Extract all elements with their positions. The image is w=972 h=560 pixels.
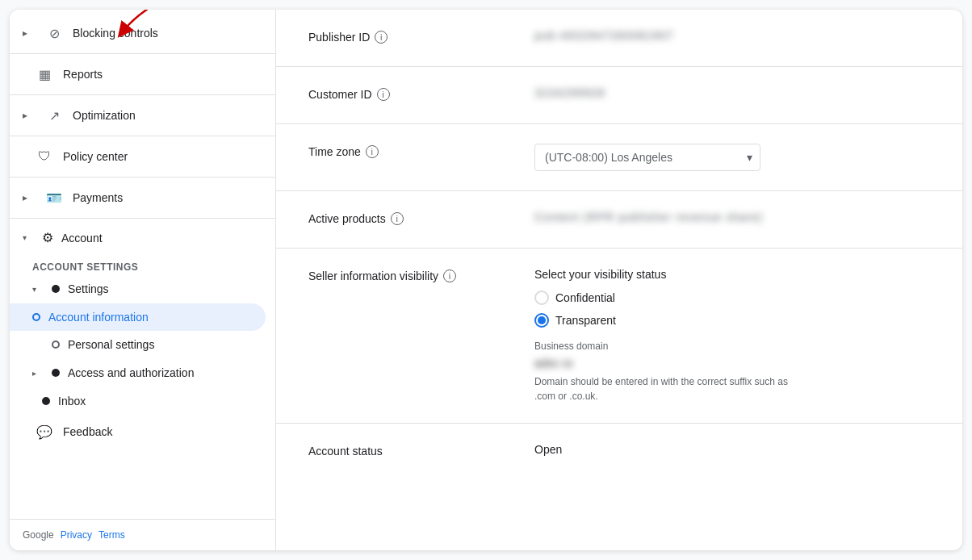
sidebar-item-policy-center[interactable]: 🛡 Policy center xyxy=(10,140,275,173)
timezone-select[interactable]: (UTC-08:00) Los Angeles (UTC-05:00) New … xyxy=(534,144,760,171)
customer-id-label: Customer ID i xyxy=(308,86,534,101)
visibility-subtitle: Select your visibility status xyxy=(534,268,930,281)
confidential-label: Confidential xyxy=(555,291,615,304)
publisher-id-label: Publisher ID i xyxy=(308,29,534,44)
nav-divider xyxy=(10,177,275,178)
chevron-right-icon: ▸ xyxy=(32,369,44,378)
dot-icon xyxy=(52,341,60,349)
dot-icon xyxy=(52,285,60,293)
sidebar-item-account-information[interactable]: Account information xyxy=(10,303,266,331)
customer-id-info-icon[interactable]: i xyxy=(377,88,390,101)
account-status-row: Account status Open xyxy=(276,424,962,480)
feedback-label: Feedback xyxy=(63,425,112,438)
reports-icon: ▦ xyxy=(36,65,53,83)
privacy-link[interactable]: Privacy xyxy=(61,529,92,541)
inbox-label: Inbox xyxy=(58,395,86,407)
publisher-id-row: Publisher ID i pub-4932947260081907 xyxy=(276,10,962,66)
timezone-info-icon[interactable]: i xyxy=(366,145,379,158)
dot-icon xyxy=(52,369,60,377)
seller-visibility-section: Seller information visibility i Select y… xyxy=(276,249,962,423)
chevron-right-icon: ▸ xyxy=(23,192,34,203)
sidebar-footer: Google Privacy Terms xyxy=(10,519,275,550)
active-dot-icon xyxy=(32,313,40,321)
sidebar-item-label: Reports xyxy=(63,68,262,81)
dot-icon xyxy=(42,397,50,405)
active-products-row: Active products i Content (RPR publisher… xyxy=(276,191,962,248)
nav-divider xyxy=(10,218,275,219)
sidebar-item-reports[interactable]: ▦ Reports xyxy=(10,57,275,91)
timezone-label: Time zone i xyxy=(308,144,534,158)
business-domain-hint: Domain should be entered in with the cor… xyxy=(534,374,793,403)
sidebar-item-payments[interactable]: ▸ 🪪 Payments xyxy=(10,181,275,215)
business-domain-section: Business domain adsr.io Domain should be… xyxy=(534,341,930,403)
sidebar-item-label: Payments xyxy=(73,191,262,204)
timezone-select-wrapper: (UTC-08:00) Los Angeles (UTC-05:00) New … xyxy=(534,144,760,171)
sidebar-item-label: Policy center xyxy=(63,150,262,163)
sidebar-item-optimization[interactable]: ▸ ↗ Optimization xyxy=(10,98,275,132)
radio-circle-transparent xyxy=(534,313,549,328)
sidebar-item-inbox[interactable]: Inbox xyxy=(10,387,275,415)
sidebar-item-label: Optimization xyxy=(73,109,262,122)
main-content: Publisher ID i pub-4932947260081907 Cust… xyxy=(276,10,962,550)
sidebar-item-personal-settings[interactable]: Personal settings xyxy=(10,331,275,358)
radio-option-confidential[interactable]: Confidential xyxy=(534,290,930,305)
sidebar-item-account[interactable]: ▾ ⚙ Account xyxy=(10,222,275,253)
feedback-icon: 💬 xyxy=(36,423,53,441)
seller-visibility-label: Seller information visibility i xyxy=(308,268,534,282)
sidebar-item-blocking-controls[interactable]: ▸ ⊘ Blocking controls xyxy=(10,16,275,50)
radio-circle-confidential xyxy=(534,290,549,305)
chevron-right-icon: ▸ xyxy=(23,110,34,121)
seller-visibility-info-icon[interactable]: i xyxy=(443,270,456,282)
sidebar-nav: ▸ ⊘ Blocking controls ▦ Reports ▸ ↗ Opti… xyxy=(10,10,275,455)
nav-divider xyxy=(10,136,275,136)
settings-heading: Account Settings xyxy=(10,253,275,274)
timezone-row: Time zone i (UTC-08:00) Los Angeles (UTC… xyxy=(276,124,962,190)
business-domain-label: Business domain xyxy=(534,341,930,352)
visibility-radio-group: Confidential Transparent xyxy=(534,290,930,328)
block-icon: ⊘ xyxy=(45,24,63,42)
active-products-info-icon[interactable]: i xyxy=(391,212,404,225)
account-status-value: Open xyxy=(534,443,930,456)
active-products-value: Content (RPR publisher revenue share) xyxy=(534,211,930,224)
sidebar-item-feedback[interactable]: 💬 Feedback xyxy=(10,415,275,449)
chevron-down-icon: ▾ xyxy=(23,233,34,242)
payments-icon: 🪪 xyxy=(45,189,63,207)
account-icon: ⚙ xyxy=(42,230,53,245)
access-auth-label: Access and authorization xyxy=(68,366,194,379)
sidebar-item-settings[interactable]: ▾ Settings xyxy=(10,274,275,303)
active-products-label: Active products i xyxy=(308,211,534,225)
nav-divider xyxy=(10,53,275,54)
account-label: Account xyxy=(61,232,103,244)
chevron-right-icon: ▸ xyxy=(23,27,34,39)
business-domain-value: adsr.io xyxy=(534,357,930,370)
footer-brand: Google xyxy=(23,529,54,541)
publisher-id-info-icon[interactable]: i xyxy=(375,31,388,44)
nav-divider xyxy=(10,94,275,95)
radio-option-transparent[interactable]: Transparent xyxy=(534,313,930,328)
customer-id-value: 3234299928 xyxy=(534,86,930,99)
terms-link[interactable]: Terms xyxy=(98,529,125,541)
optimization-icon: ↗ xyxy=(45,107,63,124)
chevron-down-icon-settings: ▾ xyxy=(32,285,44,294)
customer-id-row: Customer ID i 3234299928 xyxy=(276,67,962,123)
timezone-value: (UTC-08:00) Los Angeles (UTC-05:00) New … xyxy=(534,144,930,171)
sidebar-item-access-authorization[interactable]: ▸ Access and authorization xyxy=(10,358,275,387)
publisher-id-value: pub-4932947260081907 xyxy=(534,29,930,42)
transparent-label: Transparent xyxy=(555,314,616,327)
policy-icon: 🛡 xyxy=(36,148,53,165)
personal-settings-label: Personal settings xyxy=(68,338,154,351)
sidebar: ▸ ⊘ Blocking controls ▦ Reports ▸ ↗ Opti… xyxy=(10,10,276,550)
account-status-label: Account status xyxy=(308,443,534,458)
seller-visibility-content: Select your visibility status Confidenti… xyxy=(534,268,930,403)
sidebar-item-label: Blocking controls xyxy=(73,27,262,40)
settings-label: Settings xyxy=(68,282,109,295)
account-information-label: Account information xyxy=(48,311,149,324)
